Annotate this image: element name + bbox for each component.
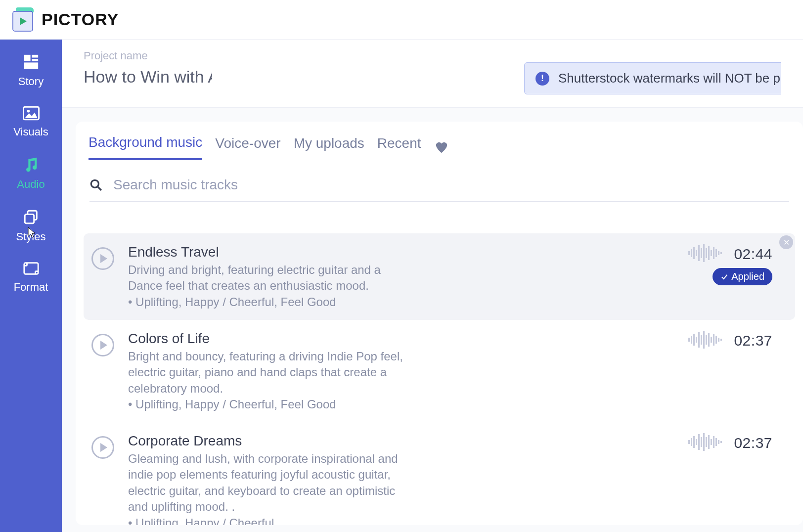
svg-rect-31: [701, 335, 702, 345]
svg-rect-36: [713, 334, 714, 346]
svg-rect-33: [706, 335, 707, 345]
waveform-icon: [688, 433, 723, 453]
svg-rect-2: [32, 55, 38, 58]
project-header: Project name How to Win with Affi(! ! Sh…: [62, 40, 803, 108]
brand-logo[interactable]: PICTORY: [11, 7, 119, 32]
track-tags: Uplifting, Happy / Cheerful: [128, 516, 669, 525]
track-description: Bright and bouncy, featuring a driving I…: [128, 349, 405, 397]
app-header: PICTORY: [0, 0, 803, 40]
svg-rect-8: [25, 214, 34, 223]
track-row[interactable]: Corporate Dreams Gleaming and lush, with…: [84, 422, 795, 525]
tab-recent[interactable]: Recent: [377, 135, 421, 159]
project-name-label: Project name: [84, 49, 212, 62]
sidebar-item-label: Styles: [16, 230, 46, 243]
svg-rect-24: [718, 251, 719, 255]
grid-icon: [23, 53, 40, 70]
svg-rect-17: [701, 248, 702, 258]
logo-icon: [11, 7, 35, 32]
svg-rect-48: [708, 435, 710, 449]
search-icon: [89, 178, 102, 191]
watermark-notice: ! Shutterstock watermarks will NOT be pr…: [524, 62, 781, 94]
svg-rect-25: [720, 252, 722, 254]
play-button[interactable]: [91, 334, 114, 356]
svg-rect-43: [696, 439, 697, 445]
svg-rect-4: [24, 62, 38, 69]
svg-rect-29: [696, 337, 697, 343]
sidebar-item-styles[interactable]: Styles: [0, 209, 62, 243]
svg-rect-16: [698, 245, 700, 261]
sidebar-item-label: Audio: [17, 178, 45, 191]
play-button[interactable]: [91, 247, 114, 270]
sidebar-item-format[interactable]: Format: [0, 261, 62, 294]
svg-rect-51: [715, 438, 717, 446]
tab-background-music[interactable]: Background music: [89, 134, 202, 160]
svg-rect-27: [691, 336, 692, 344]
svg-rect-23: [715, 249, 717, 257]
sidebar-item-visuals[interactable]: Visuals: [0, 106, 62, 138]
track-duration: 02:37: [734, 435, 772, 451]
favorites-icon[interactable]: [434, 140, 449, 155]
waveform-icon: [688, 244, 723, 264]
music-note-icon: [23, 156, 40, 173]
track-duration: 02:37: [734, 332, 772, 349]
svg-rect-52: [718, 440, 719, 444]
svg-rect-3: [32, 59, 38, 61]
svg-rect-26: [688, 338, 690, 342]
svg-rect-15: [696, 250, 697, 256]
waveform-icon: [688, 331, 723, 351]
track-row[interactable]: Colors of Life Bright and bouncy, featur…: [84, 320, 795, 422]
svg-rect-20: [708, 246, 710, 260]
svg-rect-14: [693, 247, 695, 259]
svg-rect-37: [715, 336, 717, 344]
svg-rect-18: [703, 244, 705, 262]
track-description: Gleaming and lush, with corporate inspir…: [128, 451, 405, 515]
svg-point-10: [91, 180, 98, 187]
svg-rect-1: [24, 55, 30, 61]
track-tags: Uplifting, Happy / Cheerful, Feel Good: [128, 295, 669, 309]
svg-rect-41: [691, 438, 692, 446]
svg-rect-53: [720, 441, 722, 443]
svg-rect-45: [701, 437, 702, 447]
svg-rect-42: [693, 436, 695, 448]
sidebar: Story Visuals Audio Styles: [0, 40, 62, 532]
svg-rect-39: [720, 339, 722, 341]
svg-rect-50: [713, 436, 714, 448]
svg-rect-38: [718, 338, 719, 342]
track-title: Endless Travel: [128, 244, 669, 260]
info-icon: !: [535, 72, 549, 86]
svg-rect-22: [713, 247, 714, 259]
svg-rect-30: [698, 332, 700, 348]
svg-rect-21: [711, 250, 712, 256]
tab-voice-over[interactable]: Voice-over: [215, 135, 280, 159]
svg-rect-13: [691, 249, 692, 257]
track-tags: Uplifting, Happy / Cheerful, Feel Good: [128, 398, 669, 411]
svg-rect-12: [688, 251, 690, 255]
svg-rect-32: [703, 331, 705, 349]
track-row[interactable]: ✕ Endless Travel Driving and bright, fea…: [84, 233, 795, 320]
tab-my-uploads[interactable]: My uploads: [294, 135, 364, 159]
search-input[interactable]: [113, 177, 789, 193]
copy-icon: [23, 209, 40, 225]
track-description: Driving and bright, featuring electric g…: [128, 262, 405, 294]
play-button[interactable]: [91, 436, 114, 459]
sidebar-item-story[interactable]: Story: [0, 53, 62, 88]
svg-rect-19: [706, 248, 707, 258]
audio-panel: Background music Voice-over My uploads R…: [76, 122, 803, 525]
svg-line-11: [97, 186, 101, 190]
close-icon[interactable]: ✕: [779, 235, 793, 249]
notice-text: Shutterstock watermarks will NOT be pre: [558, 71, 781, 86]
sidebar-item-label: Story: [18, 75, 44, 88]
track-title: Colors of Life: [128, 331, 669, 347]
svg-rect-34: [708, 333, 710, 347]
track-duration: 02:44: [734, 246, 772, 263]
svg-point-6: [27, 110, 30, 113]
image-icon: [23, 106, 40, 121]
project-name-value[interactable]: How to Win with Affi(!: [84, 67, 212, 87]
content-area: Project name How to Win with Affi(! ! Sh…: [62, 40, 803, 532]
sidebar-item-audio[interactable]: Audio: [0, 156, 62, 191]
applied-badge: Applied: [713, 268, 772, 285]
svg-rect-40: [688, 440, 690, 444]
sidebar-item-label: Format: [14, 281, 48, 294]
track-list[interactable]: ✕ Endless Travel Driving and bright, fea…: [76, 225, 803, 525]
brand-name: PICTORY: [42, 10, 119, 29]
